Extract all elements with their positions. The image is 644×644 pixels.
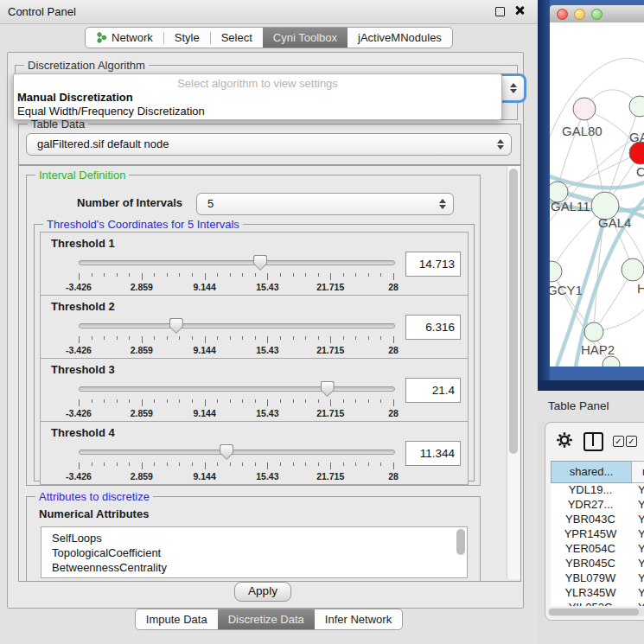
minimize-traffic-light[interactable] [574,9,585,20]
slider-thumb[interactable] [321,381,335,397]
threshold-slider[interactable]: -3.4262.8599.14415.4321.71528 [79,381,393,419]
table-row[interactable]: YBL079WYBL0 [551,571,644,586]
table-cell-name[interactable]: YDL1 [630,483,644,496]
tab-network[interactable]: Network [86,28,163,48]
table-cell-name[interactable]: YIL0 [630,601,644,606]
network-node[interactable] [603,356,620,367]
algorithm-option-manual[interactable]: Manual Discretization [17,91,133,104]
table-row[interactable]: YDR27...YDR2 [551,498,644,513]
table-cell-name[interactable]: YLR3 [630,586,644,599]
threshold-slider[interactable]: -3.4262.8599.14415.4321.71528 [79,318,393,356]
tab-infer-network[interactable]: Infer Network [315,609,402,629]
slider-scale-label: 15.43 [256,282,278,292]
table-cell-name[interactable]: YBR0 [630,513,644,526]
threshold-slider[interactable]: -3.4262.8599.14415.4321.71528 [79,255,393,293]
horizontal-scrollbar-thumb[interactable] [549,609,639,615]
table-body[interactable]: YDL19...YDL1YDR27...YDR2YBR043CYBR0YPR14… [551,483,644,606]
tab-discretize-data[interactable]: Discretize Data [218,609,315,629]
horizontal-scrollbar[interactable] [547,608,644,616]
table-cell-shared-name[interactable]: YPR145W [551,527,630,540]
slider-scale-label: 2.859 [131,345,153,355]
table-data-combo[interactable]: galFiltered.sif default node [26,133,512,156]
split-columns-icon[interactable] [583,432,603,451]
slider-track[interactable] [79,260,395,265]
slider-track[interactable] [79,450,395,455]
table-row[interactable]: YDL19...YDL1 [551,483,644,498]
slider-thumb[interactable] [253,255,267,271]
slider-track[interactable] [79,386,395,392]
threshold-value-input[interactable] [405,315,461,340]
table-cell-name[interactable]: YBR0 [630,557,644,570]
number-of-intervals-combo[interactable]: 5 [196,193,454,215]
tab-cyni-toolbox[interactable]: Cyni Toolbox [263,28,348,48]
tick-mark [355,399,356,403]
threshold-value-input[interactable] [405,378,461,403]
table-row[interactable]: YIL052CYIL0 [551,601,644,606]
table-cell-shared-name[interactable]: YLR345W [551,586,630,599]
slider-thumb[interactable] [169,318,183,334]
tab-style[interactable]: Style [164,28,210,48]
table-cell-shared-name[interactable]: YDR27... [551,498,630,511]
settings-gear-icon[interactable] [556,431,573,449]
table-cell-name[interactable]: YDR2 [630,498,644,511]
table-row[interactable]: YBR045CYBR0 [551,557,644,571]
table-cell-shared-name[interactable]: YBR043C [551,513,630,526]
numerical-attributes-list[interactable]: SelfLoopsTopologicalCoefficientBetweenne… [41,526,468,578]
tab-impute-data[interactable]: Impute Data [136,609,218,629]
threshold-panel: Threshold 4-3.4262.8599.14415.4321.71528 [40,421,469,485]
table-cell-name[interactable]: YER0 [630,542,644,555]
tick-mark [368,399,369,403]
close-traffic-light[interactable] [557,9,568,20]
table-row[interactable]: YBR043CYBR0 [551,513,644,527]
float-window-icon[interactable] [495,7,505,16]
column-header-shared-name[interactable]: shared... [551,461,632,483]
table-row[interactable]: YER054CYER0 [551,542,644,557]
table-cell-name[interactable]: YBL0 [630,571,644,584]
table-cell-shared-name[interactable]: YBR045C [551,557,630,570]
numerical-attribute-item[interactable]: SelfLoops [41,527,467,545]
tick-mark [330,336,331,343]
table-cell-shared-name[interactable]: YBL079W [551,571,630,584]
network-canvas[interactable]: GAL80GACGAL11GAL4GCY1HHAP2 [550,22,644,367]
network-node[interactable] [629,142,644,164]
slider-track[interactable] [79,323,395,328]
table-cell-shared-name[interactable]: YDL19... [551,483,630,496]
tick-mark [393,462,394,469]
network-node[interactable] [550,261,562,282]
column-header-name[interactable]: na [631,461,644,483]
tab-select[interactable]: Select [211,28,263,48]
algorithm-option-equal-width[interactable]: Equal Width/Frequency Discretization [17,105,205,118]
table-cell-name[interactable]: YPR1 [630,527,644,540]
network-node[interactable] [629,96,644,117]
tab-jactivemnodules[interactable]: jActiveMNodules [348,28,452,48]
threshold-value-input[interactable] [405,441,461,466]
checkbox-icon[interactable]: ✓ [626,436,637,447]
tick-mark [129,273,130,277]
tick-mark [355,336,356,340]
zoom-traffic-light[interactable] [591,9,603,20]
numerical-attribute-item[interactable]: TopologicalCoefficient [41,545,467,560]
table-row[interactable]: YLR345WYLR3 [551,586,644,601]
apply-button[interactable]: Apply [234,582,291,602]
close-icon[interactable] [513,4,526,16]
tick-mark [142,336,143,343]
network-node[interactable] [622,258,644,281]
numerical-attribute-item[interactable]: BetweennessCentrality [41,560,467,575]
tick-mark [267,399,268,406]
settings-scrollbar[interactable] [507,166,520,579]
settings-scrollbar-thumb[interactable] [509,169,518,454]
threshold-value-input[interactable] [405,252,461,277]
network-node[interactable] [573,98,596,120]
table-row[interactable]: YPR145WYPR1 [551,527,644,542]
network-window-titlebar[interactable] [550,5,644,23]
table-cell-shared-name[interactable]: YIL052C [551,601,630,606]
tick-mark [318,273,319,277]
slider-scale: -3.4262.8599.14415.4321.71528 [79,282,393,293]
table-cell-shared-name[interactable]: YER054C [551,542,630,555]
tick-mark [280,462,281,466]
network-node[interactable] [584,322,603,341]
threshold-slider[interactable]: -3.4262.8599.14415.4321.71528 [79,444,393,482]
slider-thumb[interactable] [220,444,233,460]
checkbox-icon[interactable]: ✓ [613,436,624,447]
list-scrollbar-thumb[interactable] [456,529,465,555]
